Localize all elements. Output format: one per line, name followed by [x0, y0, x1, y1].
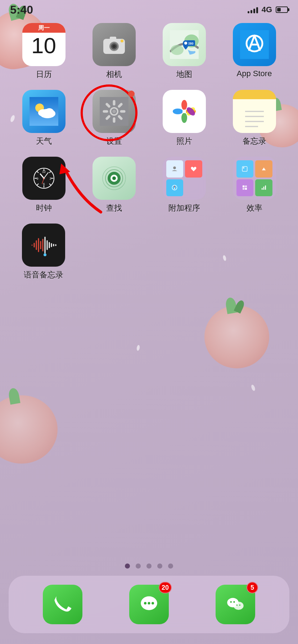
svg-rect-73: [243, 185, 244, 187]
network-label: 4G: [262, 5, 272, 14]
wechat-badge: 5: [247, 582, 258, 593]
dock-phone[interactable]: [43, 585, 82, 624]
app-grid: 周一 10 日历 相机: [0, 23, 298, 290]
voicememo-svg: [29, 231, 58, 259]
app-findmy[interactable]: 查找: [87, 157, 141, 213]
svg-rect-75: [243, 188, 244, 190]
battery-level: [277, 8, 281, 12]
app-clock[interactable]: 12 6 9 3 时钟: [17, 157, 71, 213]
app-settings[interactable]: 设置: [87, 90, 141, 147]
voicememo-icon: [22, 224, 65, 267]
app-weather[interactable]: 天气: [17, 90, 71, 147]
app-maps[interactable]: 280 地图: [157, 23, 211, 80]
settings-label: 设置: [106, 136, 122, 147]
svg-point-98: [148, 602, 150, 604]
efficiency-label: 效率: [247, 203, 262, 213]
notes-icon: [233, 90, 276, 133]
findmy-icon: [92, 157, 136, 200]
svg-line-29: [107, 116, 109, 119]
svg-point-97: [144, 602, 146, 604]
page-dots: [0, 564, 298, 569]
svg-line-26: [107, 104, 109, 106]
svg-point-93: [44, 253, 46, 256]
svg-rect-72: [243, 167, 244, 168]
svg-text:9: 9: [36, 177, 38, 180]
dock: 20 5: [9, 576, 289, 633]
findmy-svg: [100, 164, 128, 193]
messages-badge: 20: [159, 582, 172, 593]
svg-point-102: [230, 601, 232, 603]
svg-point-103: [233, 601, 235, 603]
peach-decor-3: [204, 305, 269, 368]
svg-text:12: 12: [42, 170, 45, 174]
app-notes[interactable]: 备忘录: [227, 90, 281, 147]
svg-point-101: [234, 602, 244, 610]
appstore-icon: [233, 23, 276, 66]
svg-rect-71: [243, 166, 247, 171]
svg-rect-77: [262, 188, 263, 190]
eff-mini-1: [236, 160, 254, 178]
page-dot-5[interactable]: [168, 564, 173, 569]
settings-badge: [128, 91, 135, 97]
page-dot-4[interactable]: [157, 564, 162, 569]
svg-point-11: [184, 42, 187, 45]
status-bar: 5:40 4G: [0, 0, 298, 19]
svg-point-66: [112, 176, 116, 180]
extras-mini-contacts: [166, 160, 184, 178]
calendar-label: 日历: [36, 69, 52, 80]
efficiency-folder-grid: [233, 157, 276, 200]
app-photos[interactable]: 照片: [157, 90, 211, 147]
weather-label: 天气: [36, 136, 52, 147]
svg-text:6: 6: [43, 182, 45, 186]
calendar-weekday: 周一: [22, 23, 66, 33]
app-camera[interactable]: 相机: [87, 23, 141, 80]
svg-rect-78: [263, 187, 264, 190]
phone-icon: [43, 585, 82, 624]
photos-icon: [163, 90, 206, 133]
page-dot-1[interactable]: [125, 564, 130, 569]
page-dot-2[interactable]: [136, 564, 141, 569]
calendar-date: 10: [31, 33, 56, 58]
calendar-icon: 周一 10: [22, 23, 66, 66]
clock-icon: 12 6 9 3: [22, 157, 66, 200]
signal-bar-4: [256, 7, 258, 13]
camera-svg: [100, 30, 128, 59]
peach-decor-4: [0, 395, 58, 464]
svg-point-63: [43, 178, 44, 179]
svg-point-34: [181, 100, 187, 110]
notes-lines-svg: [240, 108, 269, 129]
extras-folder-grid: [163, 157, 206, 200]
eff-mini-2: [255, 160, 272, 178]
wechat-svg: [223, 592, 248, 617]
svg-rect-74: [245, 185, 247, 187]
dock-wechat[interactable]: 5: [216, 585, 255, 624]
weather-svg: [30, 97, 58, 126]
svg-point-69: [173, 166, 176, 169]
svg-line-27: [119, 116, 121, 119]
eff-mini-4: [255, 179, 272, 197]
status-time: 5:40: [10, 3, 33, 17]
maps-label: 地图: [176, 69, 192, 80]
app-efficiency-folder[interactable]: 效率: [227, 157, 281, 213]
messages-svg: [136, 592, 162, 617]
signal-bars: [248, 6, 258, 13]
svg-point-5: [121, 40, 123, 42]
app-calendar[interactable]: 周一 10 日历: [17, 23, 71, 80]
extras-mini-compass: [166, 179, 184, 197]
app-extras-folder[interactable]: 附加程序: [157, 157, 211, 213]
page-dot-3[interactable]: [146, 564, 152, 569]
settings-svg: [100, 97, 128, 126]
svg-point-7: [171, 45, 184, 55]
app-appstore[interactable]: App Store: [227, 23, 281, 80]
svg-rect-76: [245, 188, 247, 190]
app-voicememo[interactable]: 语音备忘录: [17, 224, 71, 280]
dock-messages[interactable]: 20: [129, 585, 169, 624]
svg-text:3: 3: [49, 177, 51, 180]
photos-label: 照片: [176, 136, 192, 147]
svg-point-3: [112, 45, 116, 48]
app-row-3: 12 6 9 3 时钟: [9, 157, 289, 213]
clock-svg: 12 6 9 3: [30, 164, 58, 193]
svg-rect-79: [265, 185, 266, 190]
voicememo-label: 语音备忘录: [24, 270, 63, 280]
extras-folder-icon: [163, 157, 206, 200]
